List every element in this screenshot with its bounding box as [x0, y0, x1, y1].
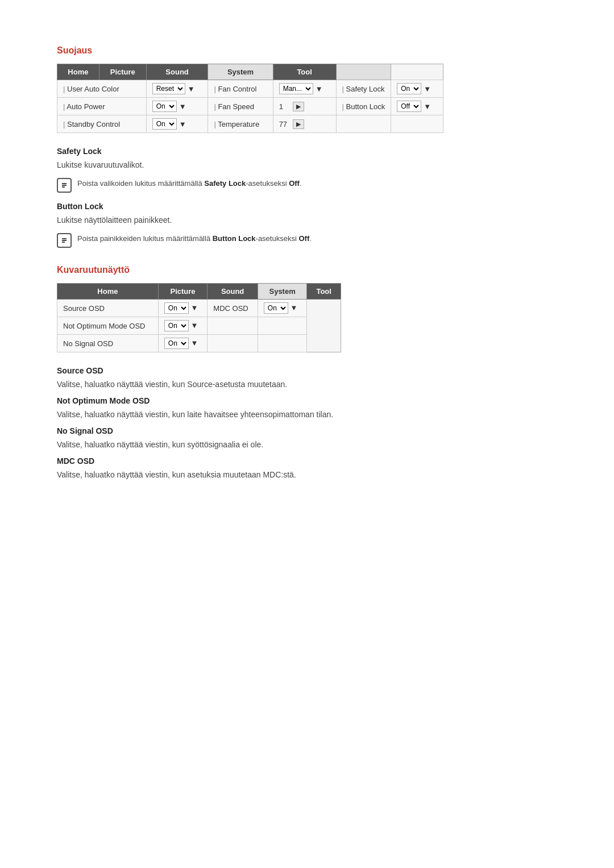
- row1-col3-label: Safety Lock: [336, 80, 391, 98]
- no-signal-osd-select[interactable]: On Off: [164, 338, 189, 349]
- row1-col1-label: User Auto Color: [57, 80, 147, 98]
- button-lock-select[interactable]: On Off: [397, 101, 421, 112]
- s2-row3-col2-ctrl: [258, 335, 307, 352]
- tab-tool[interactable]: Tool: [273, 64, 336, 80]
- row3-col2-label: Temperature: [208, 115, 273, 133]
- row1-col3-ctrl[interactable]: On Off ▼: [391, 80, 443, 98]
- safety-lock-note-text: Poista valikoiden lukitus määrittämällä …: [77, 177, 302, 189]
- chevron-down-icon: ▼: [424, 85, 431, 93]
- temperature-value: 77: [279, 120, 291, 128]
- s2-row3-col2-label: [208, 335, 258, 352]
- auto-power-select[interactable]: On Off: [152, 101, 177, 112]
- mdc-osd-desc: Valitse, haluatko näyttää viestin, kun a…: [57, 469, 557, 481]
- tab-sound[interactable]: Sound: [146, 64, 208, 80]
- user-auto-color-select[interactable]: Reset: [152, 83, 185, 94]
- suojaus-menu-table: Home Picture Sound System Tool User Auto…: [57, 64, 443, 133]
- chevron-down-icon: ▼: [190, 321, 198, 330]
- row3-col3-ctrl: [391, 115, 443, 133]
- kuvaruutu-menu-table: Home Picture Sound System Tool Source OS…: [57, 283, 341, 352]
- button-lock-note: Poista painikkeiden lukitus määrittämäll…: [57, 232, 557, 248]
- row3-col2-ctrl[interactable]: 77 ▶: [273, 115, 336, 133]
- row3-col3-label: [336, 115, 391, 133]
- fan-control-select[interactable]: Man...: [279, 83, 313, 94]
- safety-lock-select[interactable]: On Off: [397, 83, 421, 94]
- s2-row3-col1-label: No Signal OSD: [57, 335, 159, 352]
- mdc-osd-select[interactable]: On Off: [264, 302, 288, 314]
- s2-row2-col1-label: Not Optimum Mode OSD: [57, 317, 159, 335]
- row2-col1-label: Auto Power: [57, 98, 147, 115]
- tab2-system[interactable]: System: [258, 284, 307, 300]
- row1-col2-label: Fan Control: [208, 80, 273, 98]
- chevron-down-icon: ▼: [179, 120, 186, 128]
- safety-lock-note: Poista valikoiden lukitus määrittämällä …: [57, 177, 557, 193]
- chevron-down-icon: ▼: [190, 304, 198, 312]
- source-osd-heading: Source OSD: [57, 366, 557, 375]
- section1-title: Suojaus: [57, 45, 557, 56]
- fan-speed-arrow[interactable]: ▶: [293, 102, 304, 111]
- row3-col1-label: Standby Control: [57, 115, 147, 133]
- row2-col3-label: Button Lock: [336, 98, 391, 115]
- note-icon-2: [57, 233, 72, 248]
- safety-lock-heading: Safety Lock: [57, 147, 557, 156]
- row3-col1-ctrl[interactable]: On Off ▼: [146, 115, 208, 133]
- not-optimum-osd-heading: Not Optimum Mode OSD: [57, 396, 557, 405]
- tab-picture[interactable]: Picture: [99, 64, 146, 80]
- row2-col2-ctrl[interactable]: 1 ▶: [273, 98, 336, 115]
- fan-speed-value: 1: [279, 102, 291, 111]
- mdc-osd-heading: MDC OSD: [57, 456, 557, 466]
- table-row: Auto Power On Off ▼ Fan Speed: [57, 98, 443, 115]
- row2-col3-ctrl[interactable]: On Off ▼: [391, 98, 443, 115]
- section2-title: Kuvaruutunäyttö: [57, 265, 557, 275]
- note-icon: [57, 178, 72, 193]
- s2-row1-col1-ctrl[interactable]: On Off ▼: [158, 300, 208, 317]
- source-osd-select[interactable]: On Off: [164, 302, 189, 314]
- table-row: User Auto Color Reset ▼ Fan Control: [57, 80, 443, 98]
- chevron-down-icon: ▼: [179, 102, 186, 111]
- standby-control-select[interactable]: On Off: [152, 118, 177, 130]
- not-optimum-osd-desc: Valitse, haluatko näyttää viestin, kun l…: [57, 409, 557, 421]
- table-row: No Signal OSD On Off ▼: [57, 335, 341, 352]
- tab-system[interactable]: System: [208, 64, 273, 80]
- s2-row2-col2-ctrl: [258, 317, 307, 335]
- s2-row2-col1-ctrl[interactable]: On Off ▼: [158, 317, 208, 335]
- table-row: Not Optimum Mode OSD On Off ▼: [57, 317, 341, 335]
- chevron-down-icon: ▼: [188, 85, 195, 93]
- tab-home[interactable]: Home: [57, 64, 99, 80]
- safety-lock-desc: Lukitse kuvaruutuvalikot.: [57, 159, 557, 171]
- chevron-down-icon: ▼: [316, 85, 323, 93]
- chevron-down-icon: ▼: [290, 304, 297, 312]
- chevron-down-icon: ▼: [190, 339, 198, 347]
- s2-row2-col2-label: [208, 317, 258, 335]
- row2-col2-label: Fan Speed: [208, 98, 273, 115]
- row1-col1-ctrl[interactable]: Reset ▼: [146, 80, 208, 98]
- table-row: Source OSD On Off ▼ MDC OSD: [57, 300, 341, 317]
- s2-row1-col2-label: MDC OSD: [208, 300, 258, 317]
- button-lock-desc: Lukitse näyttölaitteen painikkeet.: [57, 214, 557, 226]
- button-lock-note-text: Poista painikkeiden lukitus määrittämäll…: [77, 232, 312, 244]
- tab2-picture[interactable]: Picture: [158, 284, 208, 300]
- row2-col1-ctrl[interactable]: On Off ▼: [146, 98, 208, 115]
- no-signal-osd-heading: No Signal OSD: [57, 426, 557, 435]
- button-lock-heading: Button Lock: [57, 202, 557, 211]
- source-osd-desc: Valitse, haluatko näyttää viestin, kun S…: [57, 379, 557, 391]
- temperature-arrow[interactable]: ▶: [293, 119, 304, 129]
- tab2-sound[interactable]: Sound: [208, 284, 258, 300]
- tab2-tool[interactable]: Tool: [307, 284, 341, 300]
- s2-row1-col2-ctrl[interactable]: On Off ▼: [258, 300, 307, 317]
- row1-col2-ctrl[interactable]: Man... ▼: [273, 80, 336, 98]
- table-row: Standby Control On Off ▼ Temperature: [57, 115, 443, 133]
- not-optimum-select[interactable]: On Off: [164, 320, 189, 331]
- no-signal-osd-desc: Valitse, haluatko näyttää viestin, kun s…: [57, 439, 557, 451]
- s2-row3-col1-ctrl[interactable]: On Off ▼: [158, 335, 208, 352]
- chevron-down-icon: ▼: [424, 102, 431, 111]
- tab2-home[interactable]: Home: [57, 284, 159, 300]
- s2-row1-col1-label: Source OSD: [57, 300, 159, 317]
